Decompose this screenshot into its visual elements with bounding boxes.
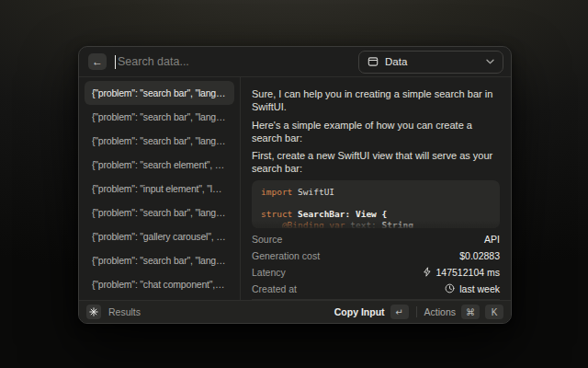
- code-fade-overlay: [252, 220, 500, 228]
- return-key-icon: ↵: [390, 305, 409, 319]
- back-button[interactable]: ←: [88, 53, 107, 70]
- app-logo-icon: [86, 305, 101, 319]
- answer-paragraph: Sure, I can help you in creating a simpl…: [252, 87, 500, 114]
- detail-panel: Sure, I can help you in creating a simpl…: [241, 77, 511, 300]
- list-item[interactable]: {"problem": "search bar", "language...: [85, 81, 234, 105]
- actions-menu-button[interactable]: Actions ⌘ K: [424, 305, 503, 319]
- list-item[interactable]: {"problem": "search bar", "language...: [85, 201, 234, 224]
- list-item[interactable]: {"problem": "search bar", "language...: [85, 248, 234, 272]
- lightning-icon: [423, 267, 432, 277]
- footer-action-bar: Results Copy Input ↵ Actions ⌘ K: [79, 300, 511, 323]
- answer-paragraph: Here's a simple example of how you can c…: [252, 119, 500, 145]
- search-input[interactable]: [115, 55, 350, 68]
- data-collection-icon: [368, 56, 379, 67]
- list-item[interactable]: {"problem": "search bar", "language...: [85, 105, 234, 129]
- metadata-row: Source API: [252, 231, 500, 247]
- list-item[interactable]: {"problem": "gallery carousel", "lang...: [85, 224, 234, 248]
- list-item[interactable]: {"problem": "chat component", "lang...: [85, 272, 234, 296]
- metadata-row: Generation cost $0.02883: [252, 247, 500, 264]
- metadata-panel: Source API Generation cost $0.02883 Late…: [252, 231, 500, 300]
- metadata-row: Latency 147512104 ms: [252, 264, 500, 281]
- results-list: {"problem": "search bar", "language... {…: [79, 77, 241, 300]
- command-palette-window: ← Data {"problem": "sear: [78, 46, 512, 324]
- clock-icon: [445, 283, 455, 293]
- command-key-icon: ⌘: [461, 305, 480, 319]
- metadata-row: Created at last week: [252, 281, 500, 297]
- code-keyword: struct: [261, 209, 292, 219]
- k-key-icon: K: [485, 305, 503, 319]
- search-field-wrap: [115, 47, 350, 76]
- copy-input-button[interactable]: Copy Input ↵: [334, 305, 409, 319]
- main-body: {"problem": "search bar", "language... {…: [79, 77, 511, 300]
- list-item[interactable]: {"problem": "search bar", "language...: [85, 129, 234, 153]
- answer-paragraph: First, create a new SwiftUI view that wi…: [252, 149, 500, 176]
- code-text: SwiftUI: [292, 187, 334, 197]
- search-bar: ← Data: [79, 47, 511, 77]
- chevron-down-icon: [486, 59, 494, 64]
- code-block: import SwiftUI struct SearchBar: View { …: [252, 180, 500, 228]
- code-text: SearchBar: View {: [292, 209, 387, 219]
- footer-divider: [416, 306, 417, 317]
- dropdown-selected-label: Data: [385, 56, 407, 67]
- data-source-dropdown[interactable]: Data: [358, 51, 503, 74]
- text-caret: [115, 55, 116, 69]
- arrow-left-icon: ←: [92, 56, 103, 67]
- list-item[interactable]: {"problem": "search element", "lang...: [85, 153, 234, 177]
- code-keyword: import: [261, 187, 292, 197]
- list-item[interactable]: {"problem": "input element", "langua...: [85, 177, 234, 201]
- results-label: Results: [108, 306, 141, 317]
